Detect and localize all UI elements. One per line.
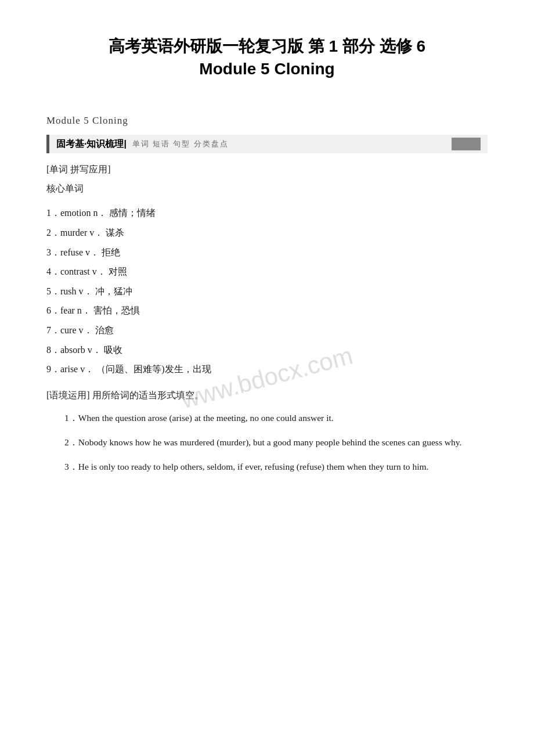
vocab-item: 2．murder v． 谋杀 (46, 223, 488, 243)
exercise-item: 3．He is only too ready to help others, s… (46, 459, 488, 475)
section-bar-subtitle: 单词 短语 句型 分类盘点 (132, 139, 229, 149)
vocab-list: 1．emotion n． 感情；情绪2．murder v． 谋杀3．refuse… (46, 203, 488, 379)
exercise-item: 1．When the question arose (arise) at the… (46, 410, 488, 426)
vocab-item: 4．contrast v． 对照 (46, 262, 488, 282)
core-heading: 核心单词 (46, 183, 488, 195)
title-line1: 高考英语外研版一轮复习版 第 1 部分 选修 6 (46, 35, 488, 57)
module-header: Module 5 Cloning (46, 115, 488, 127)
section-bar-box (452, 138, 481, 150)
exercises-list: 1．When the question arose (arise) at the… (46, 410, 488, 475)
vocab-item: 9．arise v． （问题、困难等)发生，出现 (46, 359, 488, 379)
section-bar-title: 固考基·知识梳理| (56, 138, 127, 150)
vocab-item: 7．cure v． 治愈 (46, 321, 488, 340)
context-bracket: [语境运用] 用所给词的适当形式填空。 (46, 390, 488, 402)
section-bar: 固考基·知识梳理| 单词 短语 句型 分类盘点 (46, 135, 488, 153)
title-line2: Module 5 Cloning (46, 57, 488, 80)
vocab-item: 1．emotion n． 感情；情绪 (46, 203, 488, 223)
exercise-item: 2．Nobody knows how he was murdered (murd… (46, 434, 488, 451)
vocab-item: 5．rush v． 冲，猛冲 (46, 282, 488, 301)
vocab-item: 6．fear n． 害怕，恐惧 (46, 301, 488, 321)
vocab-item: 3．refuse v． 拒绝 (46, 243, 488, 262)
page-title: 高考英语外研版一轮复习版 第 1 部分 选修 6 Module 5 Clonin… (46, 35, 488, 80)
bracket-label: [单词 拼写应用] (46, 164, 488, 176)
vocab-item: 8．absorb v． 吸收 (46, 340, 488, 360)
